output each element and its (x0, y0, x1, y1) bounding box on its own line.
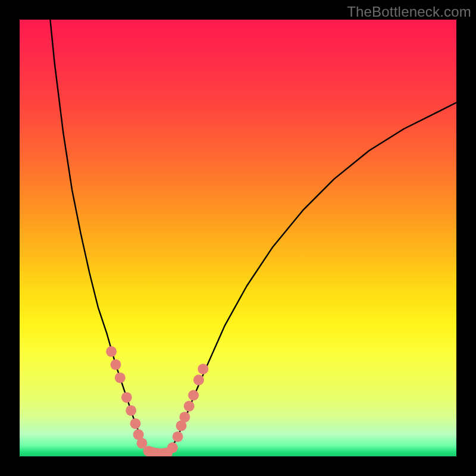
plot-area (20, 20, 456, 456)
chart-frame: TheBottleneck.com (0, 0, 476, 476)
watermark-text: TheBottleneck.com (347, 4, 471, 20)
